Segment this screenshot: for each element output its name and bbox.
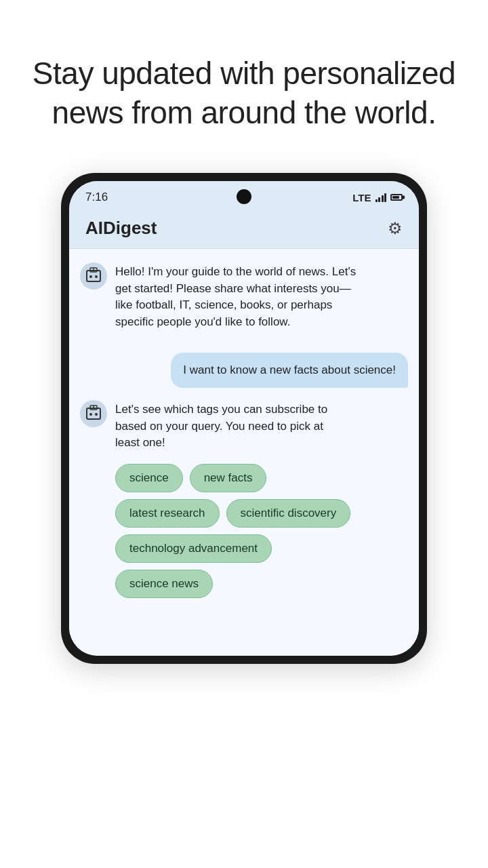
tags-row-2: latest research scientific discovery bbox=[115, 499, 408, 528]
tags-row-1: science new facts bbox=[115, 464, 408, 492]
tag-science[interactable]: science bbox=[115, 464, 183, 492]
tags-row-4: science news bbox=[115, 570, 408, 598]
bot-avatar-icon-2 bbox=[84, 404, 103, 423]
tag-new-facts[interactable]: new facts bbox=[190, 464, 267, 492]
status-icons: LTE bbox=[352, 192, 403, 203]
chat-row-bot-1: Hello! I'm your guide to the world of ne… bbox=[80, 262, 408, 340]
status-bar: 7:16 LTE bbox=[69, 181, 419, 211]
bot-avatar-2 bbox=[80, 400, 107, 427]
phone-outer: 7:16 LTE AIDigest bbox=[61, 173, 427, 664]
bot-avatar-1 bbox=[80, 262, 107, 290]
signal-bar-3 bbox=[382, 195, 384, 202]
svg-point-3 bbox=[89, 275, 92, 278]
bot-message-1: Hello! I'm your guide to the world of ne… bbox=[115, 262, 371, 340]
app-header: AIDigest ⚙ bbox=[69, 211, 419, 248]
settings-icon[interactable]: ⚙ bbox=[388, 219, 403, 238]
tags-row-3: technology advancement bbox=[115, 534, 408, 563]
user-message-1: I want to know a new facts about science… bbox=[171, 353, 408, 389]
bot-avatar-icon bbox=[84, 267, 103, 285]
signal-icon bbox=[375, 193, 387, 202]
bot-message-2-container: Let's see which tags you can subscribe t… bbox=[115, 400, 408, 598]
svg-point-8 bbox=[89, 413, 92, 416]
camera-dot bbox=[237, 189, 251, 204]
battery-icon bbox=[390, 194, 403, 201]
svg-point-9 bbox=[95, 413, 98, 416]
lte-indicator: LTE bbox=[352, 192, 371, 203]
signal-bar-4 bbox=[384, 193, 386, 202]
bot-message-2: Let's see which tags you can subscribe t… bbox=[115, 400, 344, 461]
tag-science-news[interactable]: science news bbox=[115, 570, 213, 598]
phone-inner: 7:16 LTE AIDigest bbox=[69, 181, 419, 656]
battery-fill bbox=[392, 196, 399, 199]
tag-technology-advancement[interactable]: technology advancement bbox=[115, 534, 272, 563]
tag-latest-research[interactable]: latest research bbox=[115, 499, 220, 528]
hero-text: Stay updated with personalized news from… bbox=[0, 0, 488, 159]
chat-row-user-1: I want to know a new facts about science… bbox=[80, 353, 408, 389]
phone-mockup: 7:16 LTE AIDigest bbox=[61, 173, 427, 664]
tags-section: science new facts latest research scient… bbox=[115, 464, 408, 598]
app-title: AIDigest bbox=[85, 218, 157, 239]
chat-row-bot-2: Let's see which tags you can subscribe t… bbox=[80, 400, 408, 598]
tag-scientific-discovery[interactable]: scientific discovery bbox=[226, 499, 351, 528]
signal-bar-2 bbox=[378, 197, 380, 202]
signal-bar-1 bbox=[375, 199, 378, 202]
chat-area: Hello! I'm your guide to the world of ne… bbox=[69, 249, 419, 656]
status-time: 7:16 bbox=[85, 191, 108, 204]
svg-point-4 bbox=[95, 275, 98, 278]
